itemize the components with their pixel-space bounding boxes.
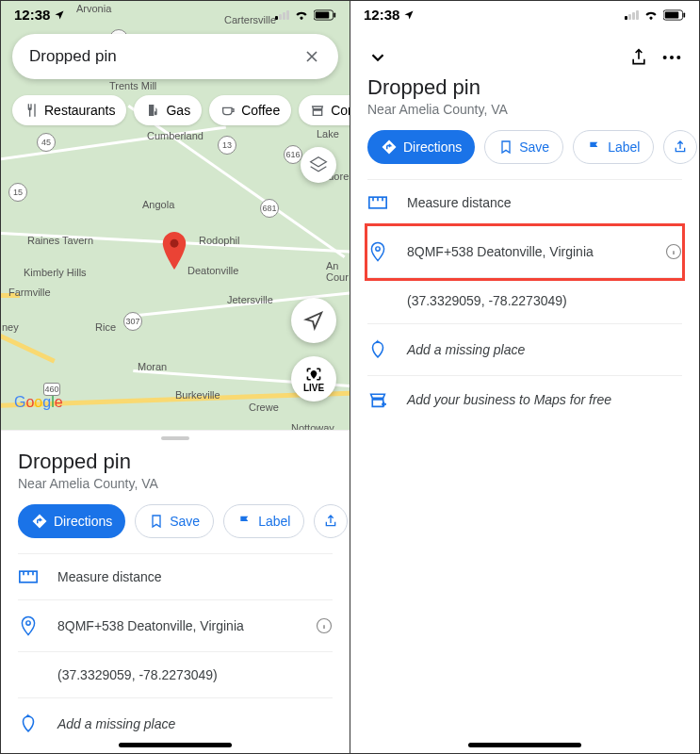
coordinates-text: (37.3329059, -78.2273049) [57, 667, 333, 682]
battery-icon [314, 9, 336, 21]
add-place-text: Add a missing place [57, 716, 333, 731]
measure-distance-row[interactable]: Measure distance [18, 554, 333, 600]
detail-header [350, 25, 699, 75]
pin-outline-icon [18, 615, 39, 636]
measure-label: Measure distance [57, 569, 333, 584]
directions-icon [31, 513, 48, 530]
svg-point-0 [171, 239, 179, 248]
cellular-icon [625, 10, 639, 20]
search-bar[interactable]: Dropped pin [12, 34, 338, 79]
bottom-sheet: Dropped pin Near Amelia County, VA Direc… [1, 430, 350, 749]
bookmark-icon [498, 139, 513, 155]
coordinates-text: (37.3329059, -78.2273049) [407, 293, 682, 308]
coordinates-row[interactable]: (37.3329059, -78.2273049) [18, 652, 333, 698]
add-place-icon [367, 339, 388, 360]
more-icon[interactable] [661, 55, 682, 60]
live-view-button[interactable]: LIVE [291, 356, 336, 402]
info-icon[interactable] [316, 617, 333, 634]
share-icon [323, 514, 338, 529]
label-button[interactable]: Label [223, 504, 304, 538]
detail-list: Measure distance 8QMF+538 Deatonville, V… [367, 179, 682, 423]
svg-rect-8 [665, 11, 679, 18]
home-indicator [119, 743, 232, 747]
coffee-icon [220, 103, 236, 118]
ruler-icon [18, 570, 39, 583]
svg-rect-3 [334, 12, 335, 17]
wifi-icon [294, 9, 309, 21]
ruler-icon [367, 196, 388, 209]
location-arrow-icon [54, 9, 65, 21]
info-icon[interactable] [665, 243, 682, 260]
home-indicator [468, 743, 581, 747]
live-icon [304, 366, 323, 383]
sheet-handle[interactable] [161, 436, 189, 440]
status-bar: 12:38 [1, 1, 350, 25]
category-chips: Restaurants Gas Coffee Conve [12, 95, 350, 125]
share-button[interactable] [314, 504, 348, 538]
save-button[interactable]: Save [135, 504, 214, 538]
chip-coffee[interactable]: Coffee [209, 95, 291, 125]
svg-point-5 [26, 621, 30, 625]
status-bar: 12:38 [350, 1, 699, 25]
clear-icon[interactable] [302, 47, 321, 66]
plus-code-row[interactable]: 8QMF+538 Deatonville, Virginia [18, 600, 333, 652]
chip-restaurants[interactable]: Restaurants [12, 95, 126, 125]
layers-button[interactable] [301, 147, 336, 183]
restaurant-icon [24, 103, 39, 118]
gas-icon [145, 103, 160, 118]
layers-icon [309, 156, 328, 174]
svg-point-10 [663, 56, 667, 59]
map-view[interactable]: 610 45 13 15 616 681 307 460 Arvonia Car… [1, 1, 350, 430]
svg-point-14 [376, 247, 380, 251]
chip-gas[interactable]: Gas [134, 95, 202, 125]
share-icon [673, 139, 688, 155]
add-place-row[interactable]: Add a missing place [367, 324, 682, 376]
directions-icon [381, 139, 398, 156]
right-screenshot: 12:38 Dropped pin Near Amelia County, VA… [350, 1, 699, 753]
status-time: 12:38 [364, 7, 399, 23]
flag-icon [237, 514, 252, 529]
detail-subtitle: Near Amelia County, VA [367, 102, 682, 117]
search-text: Dropped pin [29, 47, 302, 66]
wifi-icon [643, 9, 659, 21]
pin-outline-icon [367, 241, 388, 262]
directions-button[interactable]: Directions [18, 504, 125, 538]
collapse-chevron-icon[interactable] [367, 47, 388, 68]
navigation-icon [303, 310, 324, 331]
add-business-row[interactable]: Add your business to Maps for free [367, 376, 682, 423]
directions-button[interactable]: Directions [367, 130, 475, 164]
svg-rect-2 [316, 11, 330, 18]
save-button[interactable]: Save [484, 130, 563, 164]
location-arrow-icon [403, 9, 415, 21]
dropped-pin-marker[interactable] [161, 232, 187, 270]
status-time: 12:38 [14, 7, 50, 23]
share-icon[interactable] [629, 47, 648, 68]
chip-convenience[interactable]: Conve [299, 95, 350, 125]
detail-title: Dropped pin [367, 75, 682, 100]
label-button[interactable]: Label [573, 130, 654, 164]
my-location-button[interactable] [291, 298, 336, 343]
battery-icon [663, 9, 686, 21]
store-icon [310, 103, 325, 118]
flag-icon [587, 139, 602, 155]
bookmark-icon [149, 514, 164, 529]
detail-action-buttons: Directions Save Label [367, 130, 682, 164]
add-place-row[interactable]: Add a missing place [18, 698, 333, 749]
cellular-icon [275, 10, 289, 20]
svg-point-12 [676, 56, 680, 59]
details-list: Measure distance 8QMF+538 Deatonville, V… [18, 553, 333, 749]
sheet-title: Dropped pin [18, 450, 333, 474]
plus-code-row[interactable]: 8QMF+538 Deatonville, Virginia [367, 226, 682, 278]
share-button[interactable] [663, 130, 697, 164]
plus-code-text: 8QMF+538 Deatonville, Virginia [407, 244, 646, 259]
add-place-icon [18, 713, 39, 734]
svg-rect-9 [683, 12, 685, 17]
store-add-icon [367, 391, 388, 408]
google-logo: Google [14, 394, 63, 411]
coordinates-row[interactable]: (37.3329059, -78.2273049) [367, 278, 682, 324]
plus-code-text: 8QMF+538 Deatonville, Virginia [57, 618, 297, 633]
sheet-subtitle: Near Amelia County, VA [18, 476, 333, 491]
svg-point-11 [670, 56, 674, 59]
left-screenshot: 610 45 13 15 616 681 307 460 Arvonia Car… [1, 1, 350, 753]
measure-distance-row[interactable]: Measure distance [367, 180, 682, 226]
